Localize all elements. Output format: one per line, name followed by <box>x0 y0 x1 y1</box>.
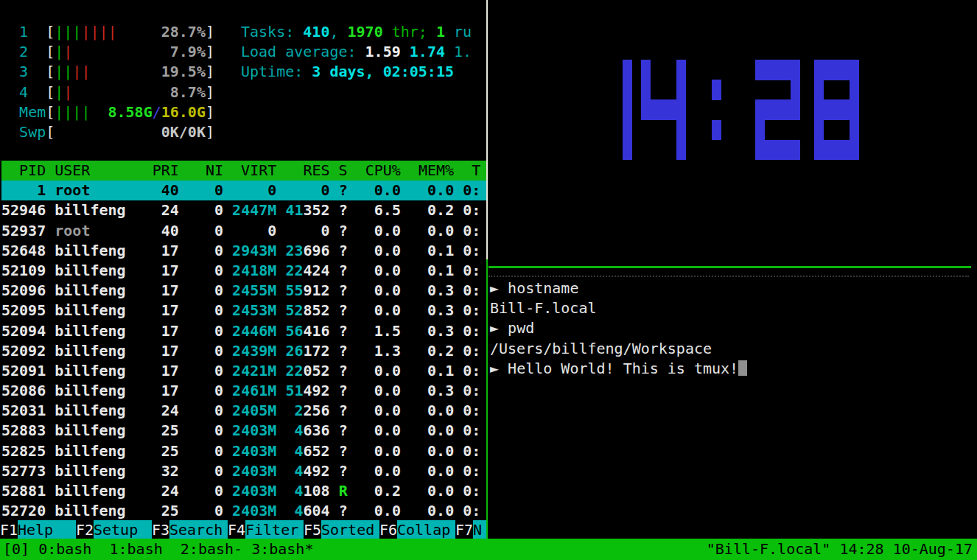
clock-digit-cell <box>832 140 841 161</box>
pane-border-vertical[interactable] <box>486 0 488 259</box>
fkey-label[interactable]: Setup <box>94 520 152 540</box>
fkey-button-f5[interactable]: F5Sorted <box>304 520 379 540</box>
fkey-key[interactable]: F2 <box>76 520 94 540</box>
mem-cell: 0.0 <box>401 482 454 500</box>
pri-cell: 32 <box>144 462 179 480</box>
fkey-key[interactable]: F6 <box>379 520 397 540</box>
meter-bar-area: 0K/0K <box>55 122 206 142</box>
pid-cell: 52109 <box>1 262 46 279</box>
time-cell: 0: <box>454 301 480 319</box>
process-row-52773[interactable]: 52773 billfeng 32 0 2403M 4492 ? 0.0 0.0… <box>1 461 486 481</box>
process-row-52092[interactable]: 52092 billfeng 17 0 2439M 26172 ? 1.3 0.… <box>1 341 486 361</box>
fkey-label[interactable]: Collap <box>397 520 455 540</box>
clock-digit-cell <box>773 99 782 120</box>
bash-terminal-pane[interactable]: ► hostnameBill-F.local► pwd/Users/billfe… <box>490 279 973 379</box>
clock-digit-cell <box>623 140 632 161</box>
res-cell-hi: 4 <box>294 442 303 460</box>
res-cell-hi: 22 <box>285 262 303 279</box>
res-cell-hi: 4 <box>294 462 303 480</box>
table-header-row[interactable]: PID USER PRI NI VIRT RES S CPU% MEM% T <box>1 161 486 181</box>
clock-digit-cell <box>641 60 651 80</box>
res-cell-hi: 22 <box>285 362 303 379</box>
clock-digit-cell <box>712 120 721 141</box>
time-cell: 0: <box>454 262 480 279</box>
process-row-52881[interactable]: 52881 billfeng 24 0 2403M 4108 R 0.2 0.0… <box>1 481 486 501</box>
clock-digit-cell <box>668 99 677 120</box>
clock-digit-cell <box>755 99 765 120</box>
pri-cell: 17 <box>144 342 179 360</box>
process-row-52825[interactable]: 52825 billfeng 25 0 2403M 4652 ? 0.0 0.0… <box>1 441 486 461</box>
process-row-52946[interactable]: 52946 billfeng 24 0 2447M 41352 ? 6.5 0.… <box>1 200 486 220</box>
cpu-meter-4: 4 [||8.7%] <box>1 83 214 102</box>
cpu-percent: 8.7% <box>170 83 206 101</box>
res-cell-hi: 2 <box>294 402 303 419</box>
res-cell-hi: 52 <box>285 301 303 319</box>
fkey-key[interactable]: F3 <box>152 520 169 540</box>
process-row-52094[interactable]: 52094 billfeng 17 0 2446M 56416 ? 1.5 0.… <box>1 321 486 341</box>
load-average-line: Load average: 1.59 1.74 1. <box>241 42 472 62</box>
process-row-52109[interactable]: 52109 billfeng 17 0 2418M 22424 ? 0.0 0.… <box>1 261 486 281</box>
process-row-52096[interactable]: 52096 billfeng 17 0 2455M 55912 ? 0.0 0.… <box>1 281 486 301</box>
process-row-1[interactable]: 1 root 40 0 0 0 ? 0.0 0.0 0: <box>1 181 486 200</box>
pri-cell: 17 <box>144 301 179 319</box>
ni-cell: 0 <box>179 281 223 299</box>
meter-value: 0K/0K <box>161 122 206 142</box>
meter-bars: ||||||| <box>55 22 116 42</box>
prompt-icon: ► <box>490 319 508 337</box>
status-window-list[interactable]: [0] 0:bash 1:bash 2:bash- 3:bash* <box>3 539 313 560</box>
clock-digit-cell <box>623 80 632 100</box>
fkey-button-f3[interactable]: F3Search <box>152 520 228 540</box>
pri-cell: 25 <box>144 442 179 460</box>
fkey-bar: F1HelpF2SetupF3SearchF4FilterF5SortedF6C… <box>0 520 486 540</box>
fkey-button-f2[interactable]: F2Setup <box>76 520 152 540</box>
clock-digit-cell <box>841 60 850 80</box>
process-row-52031[interactable]: 52031 billfeng 24 0 2405M 2256 ? 0.0 0.0… <box>1 401 486 421</box>
fkey-button-f6[interactable]: F6Collap <box>379 520 455 540</box>
cpu-cell: 0.0 <box>348 382 401 399</box>
meter-bar-area: ||||8.58G/16.0G <box>55 102 206 122</box>
fkey-button-f4[interactable]: F4Filter <box>228 520 304 540</box>
ni-cell: 0 <box>179 502 223 519</box>
process-row-52648[interactable]: 52648 billfeng 17 0 2943M 23696 ? 0.0 0.… <box>1 241 486 261</box>
fkey-key[interactable]: F5 <box>304 520 321 540</box>
fkey-button-f7[interactable]: F7N <box>455 520 486 540</box>
pid-cell: 52720 <box>1 502 46 519</box>
clock-digit-cell <box>676 99 686 120</box>
process-row-52091[interactable]: 52091 billfeng 17 0 2421M 22052 ? 0.0 0.… <box>1 361 486 381</box>
meter-close-bracket: ] <box>206 123 214 141</box>
meter-open-bracket: [ <box>46 83 55 101</box>
green-bars: ||| <box>55 23 81 41</box>
meter-close-bracket: ] <box>206 63 214 80</box>
cpu-meter-2: 2 [||7.9%] <box>1 42 214 62</box>
htop-summary: Tasks: 410, 1970 thr; 1 ru Load average:… <box>241 22 472 83</box>
process-row-52937[interactable]: 52937 root 40 0 0 0 ? 0.0 0.0 0: <box>1 221 486 241</box>
process-row-52883[interactable]: 52883 billfeng 25 0 2403M 4636 ? 0.0 0.0… <box>1 421 486 441</box>
clock-digit-cell <box>814 99 824 120</box>
pri-cell: 17 <box>144 281 179 299</box>
fkey-label[interactable]: Help <box>18 520 76 540</box>
fkey-label[interactable]: Filter <box>245 520 304 540</box>
pri-cell: 17 <box>144 262 179 279</box>
process-row-52086[interactable]: 52086 billfeng 17 0 2461M 51492 ? 0.0 0.… <box>1 381 486 401</box>
pane-border-vertical-active[interactable] <box>486 259 488 539</box>
fkey-key[interactable]: F1 <box>0 520 18 540</box>
fkey-label[interactable]: N <box>473 520 486 540</box>
fkey-label[interactable]: Search <box>169 520 228 540</box>
pri-cell: 40 <box>144 181 179 199</box>
meter-open-bracket: [ <box>46 43 55 60</box>
cpu-cell: 6.5 <box>348 201 401 219</box>
fkey-key[interactable]: F7 <box>455 520 473 540</box>
cpu-cell: 0.0 <box>348 362 401 379</box>
res-cell-lo: 172 <box>303 342 329 360</box>
process-row-52095[interactable]: 52095 billfeng 17 0 2453M 52852 ? 0.0 0.… <box>1 301 486 321</box>
pane-border-horizontal-active[interactable] <box>489 266 971 268</box>
red-bars: |||| <box>81 23 116 41</box>
fkey-label[interactable]: Sorted <box>321 520 379 540</box>
fkey-button-f1[interactable]: F1Help <box>0 520 76 540</box>
fkey-key[interactable]: F4 <box>228 520 245 540</box>
res-cell-hi: 26 <box>285 342 303 360</box>
clock-digit-cell <box>832 99 841 120</box>
process-row-52720[interactable]: 52720 billfeng 25 0 2403M 4604 ? 0.0 0.0… <box>1 501 486 521</box>
tmux-status-bar: [0] 0:bash 1:bash 2:bash- 3:bash* "Bill-… <box>0 539 977 560</box>
green-bars: | <box>55 83 63 101</box>
